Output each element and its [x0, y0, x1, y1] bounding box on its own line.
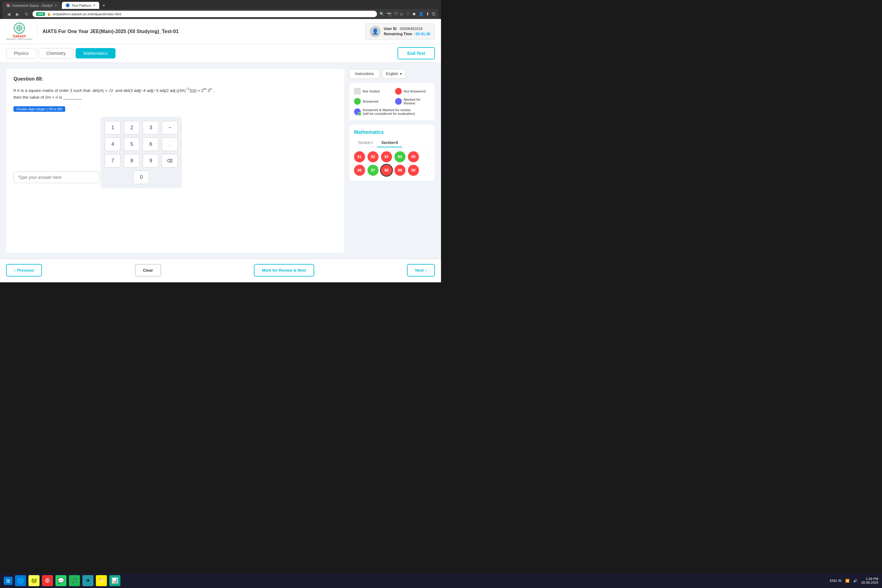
legend-answered: Answered: [354, 98, 389, 105]
user-id-value: : 00006481619: [398, 27, 422, 31]
profile-icon[interactable]: 👤: [418, 12, 423, 16]
q-btn-82[interactable]: 82: [368, 151, 378, 162]
lock-icon: 🔒: [47, 12, 51, 16]
section-tab-2[interactable]: Section-II: [377, 139, 402, 147]
heart-icon[interactable]: ♡: [406, 12, 410, 16]
bottom-nav: ‹ Previous Clear Mark for Review & Next …: [0, 259, 441, 282]
tab-physics[interactable]: Physics: [6, 48, 36, 58]
tab-icon-active: 🔵: [66, 3, 70, 8]
reload-button[interactable]: ↻: [23, 11, 30, 17]
num-4[interactable]: 4: [105, 138, 121, 151]
answered-label: Answered: [363, 99, 378, 103]
header: Aakash Medical|IIT-JEE|Foundation AIATS …: [0, 19, 441, 44]
answered-dot: [354, 98, 361, 105]
q-btn-84[interactable]: 84: [394, 151, 405, 162]
timer-value: : 00:41:30: [413, 32, 430, 36]
legend: Not Visited Not Answered Answered Marked…: [349, 83, 435, 120]
content-area: Question 88: If A is a square matrix of …: [0, 63, 441, 259]
previous-button[interactable]: ‹ Previous: [6, 264, 42, 276]
backspace-button[interactable]: ⌫: [162, 154, 178, 168]
num-0[interactable]: 0: [133, 171, 149, 184]
language-label: English: [386, 72, 398, 76]
answered-marked-dot: [354, 108, 361, 115]
next-label: Next: [415, 268, 423, 273]
camera-icon[interactable]: 📷: [387, 12, 392, 16]
vpn-badge: VPN: [36, 12, 45, 16]
language-select[interactable]: English ▾: [382, 69, 405, 79]
marked-label: Marked for Review: [404, 98, 430, 105]
tab-testplatform[interactable]: 🔵 Test Platform ✕: [62, 2, 99, 9]
download-icon[interactable]: ⬇: [426, 12, 429, 16]
numpad-row-3: 7 8 9 ⌫: [105, 154, 178, 168]
clear-button[interactable]: Clear: [135, 264, 161, 276]
instructions-button[interactable]: Instructions: [349, 69, 380, 79]
q-btn-85[interactable]: 85: [408, 151, 419, 162]
tab-mathematics[interactable]: Mathematics: [76, 48, 115, 58]
numpad-row-4: 0: [105, 171, 178, 184]
user-info: 👤 User ID : 00006481619 Remaining Time :…: [365, 23, 435, 40]
q-btn-86[interactable]: 86: [354, 165, 365, 176]
legend-grid: Not Visited Not Answered Answered Marked…: [354, 88, 430, 105]
tab-close[interactable]: ✕: [54, 4, 57, 7]
num-9[interactable]: 9: [143, 154, 159, 168]
record-icon[interactable]: ⏺: [412, 12, 416, 16]
num-6[interactable]: 6: [143, 138, 159, 151]
numpad-row-1: 1 2 3 −: [105, 121, 178, 135]
question-panel: Question 88: If A is a square matrix of …: [6, 69, 344, 253]
user-details: User ID : 00006481619 Remaining Time : 0…: [384, 27, 430, 36]
next-button[interactable]: Next ›: [407, 264, 435, 276]
logo-sub: Medical|IIT-JEE|Foundation: [6, 38, 33, 40]
url-text: testplatform.aakash.ac.in/testpanel/inde…: [53, 12, 121, 16]
url-bar[interactable]: VPN 🔒 testplatform.aakash.ac.in/testpane…: [33, 11, 377, 17]
num-dot[interactable]: .: [162, 138, 178, 151]
q-btn-81[interactable]: 81: [354, 151, 365, 162]
section-tab-1[interactable]: Section-I: [354, 139, 377, 147]
shield-icon[interactable]: 🛡: [394, 12, 398, 16]
q-btn-87[interactable]: 87: [368, 165, 378, 176]
mark-review-label: Mark for Review & Next: [262, 268, 306, 273]
sidebar-header: Instructions English ▾: [349, 69, 435, 79]
q-btn-90[interactable]: 90: [408, 165, 419, 176]
mark-review-button[interactable]: Mark for Review & Next: [254, 264, 314, 276]
toolbar-icons: 🔍 📷 🛡 ▷ ♡ ⏺ 👤 ⬇ ☰: [380, 12, 435, 16]
forward-button[interactable]: ▶: [14, 11, 21, 17]
back-button[interactable]: ◀: [6, 11, 12, 17]
q-btn-83[interactable]: 83: [381, 151, 392, 162]
numpad: 1 2 3 − 4 5 6 . 7 8 9 ⌫ 0: [100, 117, 182, 188]
num-2[interactable]: 2: [124, 121, 140, 135]
menu-icon[interactable]: ☰: [432, 12, 435, 16]
end-test-button[interactable]: End Test: [398, 47, 435, 59]
browser-toolbar: ◀ ▶ ↻ VPN 🔒 testplatform.aakash.ac.in/te…: [3, 9, 438, 19]
question-text: If A is a square matrix of order 3 such …: [14, 86, 337, 101]
tab-homework[interactable]: 📚 Homework Space - StudyX ✕: [3, 2, 61, 9]
not-answered-dot: [395, 88, 402, 94]
legend-not-answered: Not Answered: [395, 88, 430, 94]
math-section: Mathematics Section-I Section-II 81 82 8…: [349, 124, 435, 181]
num-1[interactable]: 1: [105, 121, 121, 135]
chevron-down-icon: ▾: [400, 72, 402, 76]
num-5[interactable]: 5: [124, 138, 140, 151]
tab-icon: 📚: [6, 3, 10, 8]
play-icon[interactable]: ▷: [400, 12, 404, 16]
q-btn-88[interactable]: 88: [381, 165, 392, 176]
tab-close-active[interactable]: ✕: [93, 4, 96, 7]
num-8[interactable]: 8: [124, 154, 140, 168]
question-grid: 81 82 83 84 85 86 87 88 89 90: [354, 151, 430, 176]
not-answered-label: Not Answered: [404, 89, 426, 93]
next-chevron-icon: ›: [426, 268, 427, 273]
answer-input[interactable]: [14, 171, 99, 183]
tab-label: Homework Space - StudyX: [12, 4, 52, 8]
num-3[interactable]: 3: [143, 121, 159, 135]
num-minus[interactable]: −: [162, 121, 178, 135]
q-btn-89[interactable]: 89: [394, 165, 405, 176]
question-number: Question 88:: [14, 76, 337, 82]
tab-chemistry[interactable]: Chemistry: [39, 48, 73, 58]
search-icon[interactable]: 🔍: [380, 12, 384, 16]
not-visited-label: Not Visited: [363, 89, 380, 93]
answer-type-badge: Double-digit integer (-99 to 99): [14, 106, 65, 112]
new-tab-button[interactable]: +: [100, 2, 107, 9]
num-7[interactable]: 7: [105, 154, 121, 168]
prev-chevron-icon: ‹: [14, 268, 15, 273]
logo-icon: [14, 22, 25, 34]
logo-box: Aakash Medical|IIT-JEE|Foundation: [6, 22, 33, 40]
